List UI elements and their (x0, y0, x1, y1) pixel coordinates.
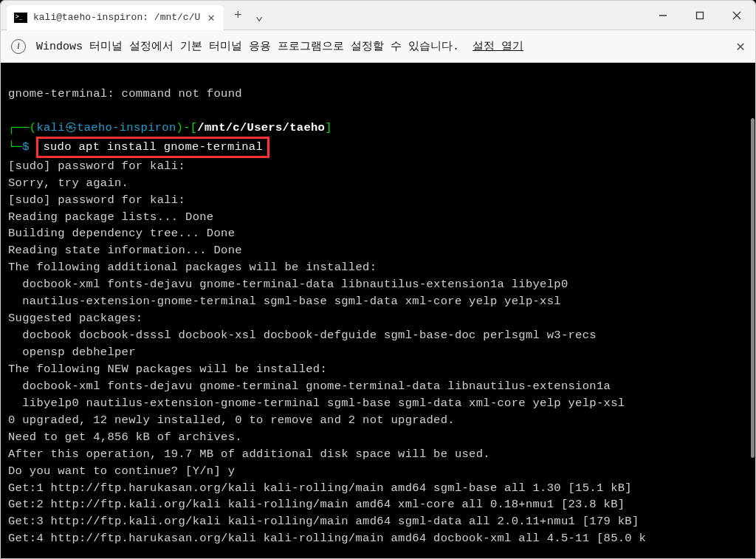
output-line: Get:4 http://ftp.harukasan.org/kali kali… (8, 532, 646, 545)
terminal-tab[interactable]: kali@taeho-inspiron: /mnt/c/U ✕ (7, 5, 224, 30)
output-line: docbook-xml fonts-dejavu gnome-terminal-… (8, 278, 568, 291)
info-icon: i (11, 39, 26, 54)
prompt-user: kali (36, 121, 64, 134)
output-line: nautilus-extension-gnome-terminal sgml-b… (8, 295, 561, 308)
output-line: Sorry, try again. (8, 176, 128, 190)
info-message: Windows 터미널 설정에서 기본 터미널 응용 프로그램으로 설정할 수 … (36, 39, 523, 53)
output-line: Do you want to continue? [Y/n] y (8, 464, 235, 478)
scrollbar[interactable] (751, 118, 755, 558)
tab-dropdown-icon[interactable]: ⌄ (255, 7, 264, 24)
prompt-path: /mnt/c/Users/taeho (197, 121, 325, 134)
output-line: Building dependency tree... Done (8, 227, 235, 240)
output-line: Reading package lists... Done (8, 210, 213, 224)
info-bar: i Windows 터미널 설정에서 기본 터미널 응용 프로그램으로 설정할 … (1, 30, 755, 63)
command-highlight: sudo apt install gnome-terminal (36, 137, 269, 158)
prompt-line-2: └─ (8, 140, 22, 154)
maximize-button[interactable] (681, 1, 718, 30)
output-line: docbook docbook-dsssl docbook-xsl docboo… (8, 329, 597, 342)
terminal-icon (14, 13, 27, 23)
info-text-content: Windows 터미널 설정에서 기본 터미널 응용 프로그램으로 설정할 수 … (36, 41, 459, 53)
tab-title: kali@taeho-inspiron: /mnt/c/U (33, 12, 200, 23)
output-line: Get:1 http://ftp.harukasan.org/kali kali… (8, 481, 632, 495)
prompt-paren: )-[ (176, 121, 198, 134)
infobar-close-icon[interactable]: ✕ (736, 37, 745, 55)
output-line: libyelp0 nautilus-extension-gnome-termin… (8, 397, 625, 410)
output-line: 0 upgraded, 12 newly installed, 0 to rem… (8, 414, 455, 427)
close-tab-icon[interactable]: ✕ (206, 10, 216, 25)
output-line: opensp debhelper (8, 346, 136, 359)
prompt-close: ] (325, 121, 332, 134)
prompt-host: taeho-inspiron (77, 121, 176, 134)
output-line: The following additional packages will b… (8, 261, 377, 274)
prompt-line-1: ┌──( (8, 121, 36, 134)
output-line: Get:3 http://ftp.kali.org/kali kali-roll… (8, 515, 639, 528)
window-controls (645, 1, 755, 30)
prompt-separator-icon: ㉿ (65, 121, 77, 134)
svg-rect-1 (697, 12, 704, 18)
new-tab-button[interactable]: + (234, 8, 242, 23)
output-line: Reading state information... Done (8, 244, 242, 257)
window-titlebar: kali@taeho-inspiron: /mnt/c/U ✕ + ⌄ (1, 1, 755, 30)
close-window-button[interactable] (718, 1, 755, 30)
tab-actions: + ⌄ (234, 7, 264, 24)
command-text: sudo apt install gnome-terminal (43, 140, 263, 154)
output-line: Need to get 4,856 kB of archives. (8, 431, 242, 444)
prompt-symbol: $ (22, 140, 30, 154)
output-line: After this operation, 19.7 MB of additio… (8, 447, 490, 461)
terminal-output[interactable]: gnome-terminal: command not found ┌──(ka… (1, 63, 755, 558)
output-line: Get:2 http://ftp.kali.org/kali kali-roll… (8, 498, 625, 511)
output-line: docbook-xml fonts-dejavu gnome-terminal … (8, 380, 611, 393)
output-line: The following NEW packages will be insta… (8, 363, 327, 376)
output-line: Suggested packages: (8, 312, 142, 325)
scrollbar-thumb[interactable] (751, 118, 755, 458)
output-line: gnome-terminal: command not found (8, 87, 242, 100)
output-line: [sudo] password for kali: (8, 193, 185, 207)
output-line: [sudo] password for kali: (8, 160, 185, 173)
minimize-button[interactable] (645, 1, 681, 30)
info-link[interactable]: 설정 열기 (472, 41, 523, 53)
